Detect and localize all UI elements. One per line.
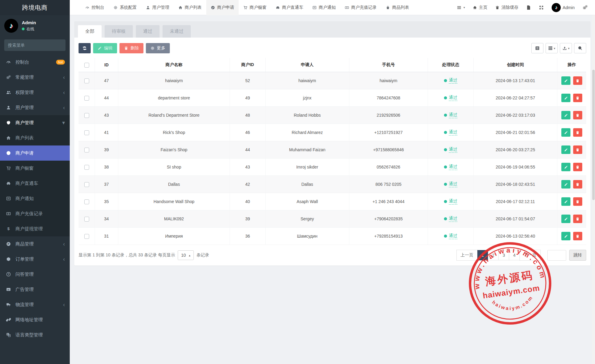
sidebar-item[interactable]: 商户列表 <box>0 130 70 145</box>
row-delete-button[interactable] <box>573 197 582 206</box>
scrollbar-track[interactable] <box>592 15 595 364</box>
refresh-button[interactable] <box>79 43 91 53</box>
status-badge[interactable]: 通过 <box>449 112 457 118</box>
topnav-item[interactable]: 控制台 <box>81 0 109 15</box>
sidebar-item[interactable]: 商户充值记录 <box>0 206 70 221</box>
status-tab[interactable]: 全部 <box>78 25 102 38</box>
row-delete-button[interactable] <box>573 180 582 189</box>
columns-button[interactable]: ▾ <box>546 43 558 53</box>
scrollbar-thumb[interactable] <box>592 70 595 200</box>
row-edit-button[interactable] <box>561 128 570 137</box>
status-badge[interactable]: 通过 <box>449 164 457 170</box>
sidebar-item[interactable]: P 商品管理 ‹ <box>0 236 70 252</box>
row-edit-button[interactable] <box>561 163 570 171</box>
status-badge[interactable]: 通过 <box>449 181 457 187</box>
export-button[interactable]: ▾ <box>560 43 572 53</box>
edit-button[interactable]: 编辑 <box>93 43 117 53</box>
sidebar-item[interactable]: ? 问答管理 <box>0 267 70 282</box>
sidebar-item[interactable]: $ 商户提现管理 <box>0 221 70 236</box>
page-button[interactable]: 1 <box>477 250 488 260</box>
sidebar-item[interactable]: 控制台 hot <box>0 55 70 70</box>
row-checkbox[interactable] <box>84 165 89 170</box>
page-button[interactable]: 2 <box>488 250 499 260</box>
row-checkbox[interactable] <box>84 113 89 118</box>
user-menu[interactable]: ♪ Admin <box>548 0 578 15</box>
language-button[interactable] <box>523 0 535 15</box>
status-badge[interactable]: 通过 <box>449 129 457 135</box>
row-checkbox[interactable] <box>84 78 89 83</box>
topnav-item[interactable]: 商户列表 <box>174 0 206 15</box>
sidebar-item[interactable]: 文A 语言类型管理 <box>0 327 70 342</box>
sidebar-item[interactable]: 商户橱窗 <box>0 161 70 176</box>
topnav-item[interactable]: 系统配置 <box>109 0 141 15</box>
prev-page-button[interactable]: 上一页 <box>456 250 478 261</box>
status-tab[interactable]: 未通过 <box>163 25 191 38</box>
page-size-select[interactable]: 10 ▴ <box>178 250 194 260</box>
sidebar-item[interactable]: 用户管理 ‹ <box>0 100 70 115</box>
home-button[interactable]: 主页 <box>469 0 491 15</box>
next-page-button[interactable]: 下一页 <box>519 250 541 261</box>
sidebar-item[interactable]: 网络地址管理 <box>0 312 70 327</box>
row-checkbox[interactable] <box>84 234 89 239</box>
fullscreen-button[interactable] <box>535 0 547 15</box>
page-button[interactable]: 3 <box>498 250 509 260</box>
row-delete-button[interactable] <box>573 232 582 240</box>
row-edit-button[interactable] <box>561 232 570 240</box>
row-edit-button[interactable] <box>561 94 570 102</box>
row-edit-button[interactable] <box>561 76 570 85</box>
row-edit-button[interactable] <box>561 180 570 189</box>
row-delete-button[interactable] <box>573 76 582 85</box>
status-badge[interactable]: 通过 <box>449 199 457 205</box>
row-edit-button[interactable] <box>561 215 570 223</box>
sidebar-item[interactable]: 商户通知 <box>0 191 70 206</box>
sidebar-item[interactable]: 权限管理 ‹ <box>0 85 70 100</box>
row-checkbox[interactable] <box>84 182 89 187</box>
sidebar-item[interactable]: 常规管理 ‹ <box>0 70 70 85</box>
status-tab[interactable]: 通过 <box>136 25 160 38</box>
topnav-item[interactable]: 商品列表 <box>381 0 414 15</box>
status-badge[interactable]: 通过 <box>449 95 457 101</box>
row-checkbox[interactable] <box>84 217 89 222</box>
sidebar-toggle-icon[interactable] <box>70 0 81 15</box>
topnav-item[interactable]: 商户通知 <box>308 0 340 15</box>
topnav-item[interactable]: 商户申请 <box>206 0 239 15</box>
sidebar-item[interactable]: 广告管理 <box>0 282 70 297</box>
status-tab[interactable]: 待审核 <box>105 25 133 38</box>
row-checkbox[interactable] <box>84 130 89 135</box>
topnav-item[interactable]: 商户直通车 <box>271 0 308 15</box>
row-checkbox[interactable] <box>84 199 89 204</box>
sidebar-item[interactable]: 商户直通车 <box>0 176 70 191</box>
row-edit-button[interactable] <box>561 197 570 206</box>
jump-page-input[interactable] <box>547 250 566 261</box>
row-delete-button[interactable] <box>573 145 582 154</box>
status-badge[interactable]: 通过 <box>449 78 457 84</box>
row-delete-button[interactable] <box>573 111 582 119</box>
status-badge[interactable]: 通过 <box>449 216 457 222</box>
jump-button[interactable]: 跳转 <box>569 250 586 261</box>
sidebar-item[interactable]: 物流管理 ‹ <box>0 297 70 312</box>
row-edit-button[interactable] <box>561 145 570 154</box>
row-delete-button[interactable] <box>573 215 582 223</box>
sidebar-search-input[interactable] <box>8 43 63 48</box>
select-all-checkbox[interactable] <box>84 63 89 68</box>
row-delete-button[interactable] <box>573 163 582 171</box>
status-badge[interactable]: 通过 <box>449 147 457 153</box>
row-checkbox[interactable] <box>84 96 89 101</box>
row-delete-button[interactable] <box>573 128 582 137</box>
sidebar-item[interactable]: 订单管理 ‹ <box>0 252 70 267</box>
search-toggle-button[interactable] <box>574 43 586 53</box>
topnav-item[interactable]: 商户橱窗 <box>239 0 271 15</box>
page-button[interactable]: 4 <box>509 250 520 260</box>
row-checkbox[interactable] <box>84 148 89 152</box>
row-delete-button[interactable] <box>573 94 582 102</box>
settings-button[interactable] <box>579 0 591 15</box>
more-button[interactable]: 更多 <box>146 43 170 53</box>
delete-button[interactable]: 删除 <box>119 43 143 53</box>
row-edit-button[interactable] <box>561 111 570 119</box>
sidebar-search[interactable] <box>4 39 66 51</box>
sidebar-item[interactable]: 商户管理 ▾ <box>0 115 70 130</box>
topnav-item[interactable]: 商户充值记录 <box>340 0 381 15</box>
status-badge[interactable]: 通过 <box>449 233 457 239</box>
clear-cache-button[interactable]: 清除缓存 <box>492 0 522 15</box>
detail-view-button[interactable] <box>531 43 543 53</box>
